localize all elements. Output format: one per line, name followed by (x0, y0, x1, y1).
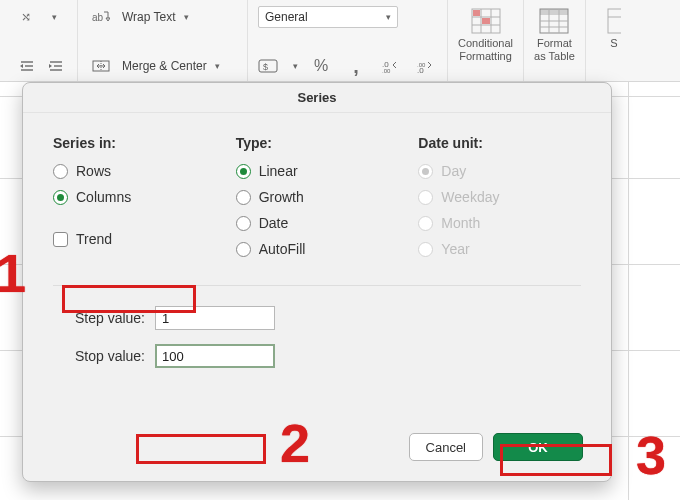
stop-value-field: Stop value: (53, 344, 581, 368)
decrease-decimal-icon[interactable]: .00.0 (414, 55, 437, 77)
date-unit-month-option: Month (418, 215, 581, 231)
chevron-down-icon[interactable]: ▾ (184, 12, 189, 22)
type-growth-option[interactable]: Growth (236, 189, 399, 205)
date-unit-heading: Date unit: (418, 135, 581, 151)
option-label: Linear (259, 163, 298, 179)
date-unit-group: Date unit: Day Weekday Month Year (418, 135, 581, 267)
number-format-combo[interactable]: General ▾ (258, 6, 398, 28)
option-label: Rows (76, 163, 111, 179)
chevron-down-icon[interactable]: ▾ (52, 12, 57, 22)
currency-icon[interactable]: $ (258, 55, 281, 77)
step-value-label: Step value: (53, 310, 145, 326)
date-unit-weekday-option: Weekday (418, 189, 581, 205)
format-as-table-icon (536, 6, 572, 36)
comma-icon[interactable]: , (345, 55, 368, 77)
option-label: Date (259, 215, 289, 231)
checkbox-icon (53, 232, 68, 247)
option-label: Month (441, 215, 480, 231)
increase-decimal-icon[interactable]: .0.00 (379, 55, 402, 77)
svg-text:.00: .00 (382, 68, 391, 73)
number-format-value: General (265, 10, 308, 24)
series-in-heading: Series in: (53, 135, 216, 151)
svg-text:ab: ab (92, 12, 104, 23)
merge-center-icon[interactable] (88, 55, 114, 77)
wrap-text-icon[interactable]: ab (88, 6, 114, 28)
option-label: Growth (259, 189, 304, 205)
svg-rect-21 (473, 10, 480, 16)
radio-disabled-selected-icon (418, 164, 433, 179)
stop-value-input[interactable] (155, 344, 275, 368)
chevron-down-icon[interactable]: ▾ (215, 61, 220, 71)
date-unit-day-option: Day (418, 163, 581, 179)
ribbon-group-number: General ▾ $ ▾ % , .0.00 .00.0 (248, 0, 448, 81)
date-unit-year-option: Year (418, 241, 581, 257)
step-value-input[interactable] (155, 306, 275, 330)
type-linear-option[interactable]: Linear (236, 163, 399, 179)
series-in-rows-option[interactable]: Rows (53, 163, 216, 179)
ok-button[interactable]: OK (493, 433, 583, 461)
ribbon-group-cond-format: Conditional Formatting (448, 0, 524, 81)
conditional-formatting-button[interactable]: Conditional Formatting (458, 6, 513, 62)
decrease-indent-icon[interactable] (18, 55, 39, 77)
ribbon-group-indent: ⤭ ▾ (8, 0, 78, 81)
radio-disabled-icon (418, 242, 433, 257)
dialog-title: Series (23, 83, 611, 113)
option-label: Day (441, 163, 466, 179)
stop-value-label: Stop value: (53, 348, 145, 364)
radio-disabled-icon (418, 216, 433, 231)
svg-rect-29 (608, 9, 621, 33)
option-label: Columns (76, 189, 131, 205)
type-autofill-option[interactable]: AutoFill (236, 241, 399, 257)
cell-styles-icon (596, 6, 632, 36)
radio-selected-icon (236, 164, 251, 179)
svg-text:⤭: ⤭ (21, 10, 31, 24)
svg-text:.0: .0 (417, 66, 424, 73)
svg-text:$: $ (263, 62, 268, 72)
svg-rect-24 (540, 9, 568, 15)
ribbon-group-styles-edge: S (586, 0, 636, 81)
series-in-columns-option[interactable]: Columns (53, 189, 216, 205)
format-as-table-button[interactable]: Format as Table (534, 6, 575, 62)
ribbon: ⤭ ▾ ab Wrap Text ▾ Merge & Center ▾ (0, 0, 680, 82)
option-label: Weekday (441, 189, 499, 205)
series-in-group: Series in: Rows Columns Trend (53, 135, 216, 267)
option-label: Trend (76, 231, 112, 247)
radio-icon (236, 216, 251, 231)
radio-icon (236, 242, 251, 257)
orientation-icon[interactable]: ⤭ (18, 6, 44, 28)
increase-indent-icon[interactable] (47, 55, 68, 77)
radio-disabled-icon (418, 190, 433, 205)
cancel-button[interactable]: Cancel (409, 433, 483, 461)
option-label: Year (441, 241, 469, 257)
radio-icon (53, 164, 68, 179)
step-value-field: Step value: (53, 306, 581, 330)
merge-center-label[interactable]: Merge & Center (122, 59, 207, 73)
radio-icon (236, 190, 251, 205)
percent-icon[interactable]: % (310, 55, 333, 77)
conditional-formatting-icon (468, 6, 504, 36)
wrap-text-label[interactable]: Wrap Text (122, 10, 176, 24)
chevron-down-icon[interactable]: ▾ (293, 61, 298, 71)
ribbon-group-alignment: ab Wrap Text ▾ Merge & Center ▾ (78, 0, 248, 81)
trend-checkbox[interactable]: Trend (53, 231, 216, 247)
radio-selected-icon (53, 190, 68, 205)
cell-styles-button[interactable]: S (596, 6, 632, 62)
svg-rect-22 (482, 18, 490, 24)
chevron-down-icon: ▾ (386, 12, 391, 22)
type-group: Type: Linear Growth Date AutoFill (236, 135, 399, 267)
ribbon-group-format-table: Format as Table (524, 0, 586, 81)
type-date-option[interactable]: Date (236, 215, 399, 231)
type-heading: Type: (236, 135, 399, 151)
option-label: AutoFill (259, 241, 306, 257)
series-dialog: Series Series in: Rows Columns Trend (22, 82, 612, 482)
